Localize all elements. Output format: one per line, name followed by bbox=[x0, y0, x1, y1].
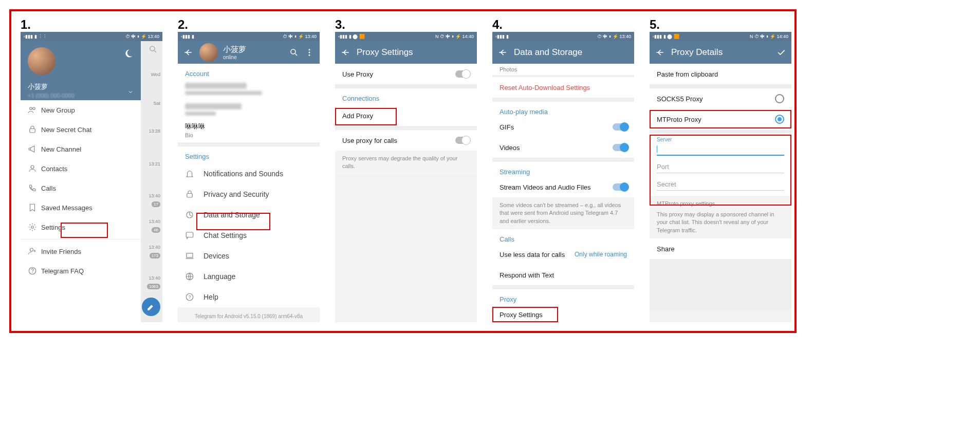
gap bbox=[335, 84, 477, 88]
proxy-header: Proxy bbox=[492, 289, 634, 304]
back-icon[interactable] bbox=[655, 47, 665, 58]
row-paste-clipboard[interactable]: Paste from clipboard bbox=[650, 64, 791, 84]
row-privacy[interactable]: Privacy and Security bbox=[178, 184, 320, 205]
row-less-data[interactable]: Use less data for callsOnly while roamin… bbox=[492, 244, 634, 265]
toggle-stream[interactable] bbox=[613, 183, 627, 191]
settings-appbar: 小菠萝 online bbox=[178, 41, 320, 64]
row-language[interactable]: Language bbox=[178, 266, 320, 287]
row-share[interactable]: Share bbox=[650, 238, 791, 259]
drawer-label: New Channel bbox=[41, 145, 81, 153]
port-input[interactable]: Port bbox=[657, 161, 784, 173]
drawer-item-calls[interactable]: Calls bbox=[21, 178, 141, 198]
row-respond-text[interactable]: Respond with Text bbox=[492, 265, 634, 285]
back-icon[interactable] bbox=[340, 47, 350, 58]
back-icon[interactable] bbox=[183, 47, 193, 58]
svg-point-0 bbox=[150, 46, 155, 51]
row-label: Help bbox=[204, 293, 218, 301]
row-data-storage[interactable]: Data and Storage bbox=[178, 205, 320, 225]
drawer-item-new-group[interactable]: New Group bbox=[21, 100, 141, 120]
mtproto-note: MTProto proxy settings. This proxy may d… bbox=[650, 196, 791, 239]
blurred-caption bbox=[185, 112, 216, 116]
chat-time: 13:21 bbox=[149, 161, 160, 167]
field-port[interactable]: Port bbox=[650, 158, 791, 175]
chat-time: 13:28 bbox=[149, 128, 160, 134]
lock-icon bbox=[28, 125, 41, 134]
row-socks5[interactable]: SOCKS5 Proxy bbox=[650, 88, 791, 109]
toggle-videos[interactable] bbox=[613, 144, 627, 151]
drawer-item-channel[interactable]: New Channel bbox=[21, 139, 141, 159]
gap bbox=[492, 285, 634, 289]
row-use-proxy[interactable]: Use Proxy bbox=[335, 64, 477, 84]
row-label: GIFs bbox=[500, 123, 613, 131]
secret-input[interactable]: Secret bbox=[657, 178, 784, 191]
chat-time: 13:40 bbox=[149, 193, 160, 198]
row-label: Use proxy for calls bbox=[342, 137, 455, 144]
row-add-proxy[interactable]: Add Proxy bbox=[335, 105, 477, 126]
row-proxy-calls[interactable]: Use proxy for calls bbox=[335, 130, 477, 151]
search-icon[interactable] bbox=[148, 44, 158, 54]
drawer-item-saved[interactable]: Saved Messages bbox=[21, 198, 141, 217]
row-notifications[interactable]: Notifications and Sounds bbox=[178, 163, 320, 184]
more-icon[interactable] bbox=[304, 47, 315, 58]
bookmark-icon bbox=[28, 203, 41, 212]
toggle-gifs[interactable] bbox=[613, 123, 627, 131]
drawer-item-secret-chat[interactable]: New Secret Chat bbox=[21, 120, 141, 139]
profile-status: online bbox=[223, 54, 289, 60]
night-mode-icon[interactable] bbox=[123, 48, 134, 59]
row-devices[interactable]: Devices bbox=[178, 246, 320, 266]
calls-header: Calls bbox=[492, 229, 634, 244]
check-icon[interactable] bbox=[776, 47, 786, 58]
chevron-down-icon[interactable] bbox=[127, 89, 134, 95]
row-proxy-settings[interactable]: Proxy Settings bbox=[492, 304, 634, 322]
drawer-label: Contacts bbox=[41, 165, 67, 173]
drawer-item-contacts[interactable]: Contacts bbox=[21, 159, 141, 178]
help-icon bbox=[28, 266, 41, 275]
row-chat-settings[interactable]: Chat Settings bbox=[178, 225, 320, 246]
step-2-label: 2. bbox=[178, 17, 188, 32]
blurred-caption bbox=[185, 91, 262, 95]
row-mtproto[interactable]: MTProto Proxy bbox=[650, 109, 791, 130]
back-icon[interactable] bbox=[497, 47, 508, 58]
field-secret[interactable]: Secret bbox=[650, 175, 791, 193]
screen-3: ▫▮▮▮ ▮ ⬤ 🟧N ⏱ ✱ ▮ ⚡14:40 Proxy Settings … bbox=[335, 32, 477, 322]
chat-day: Wed bbox=[151, 72, 160, 77]
step-1-label: 1. bbox=[21, 17, 31, 32]
bio-row[interactable]: 咻咻咻 Bio bbox=[178, 118, 320, 142]
help-icon: ? bbox=[185, 292, 195, 302]
field-server[interactable]: Server bbox=[650, 134, 791, 158]
status-bar: ▫▮▮▮ ▮ ⋮⋮ ⏱ ✱ ▮ ⚡13:40 bbox=[21, 32, 162, 41]
server-input[interactable] bbox=[657, 142, 784, 156]
row-photos-cut[interactable]: Photos bbox=[492, 64, 634, 75]
status-bar: ▫▮▮▮ ▮ ⬤ 🟧N ⏱ ✱ ▮ ⚡14:40 bbox=[650, 32, 791, 41]
radio-socks5[interactable] bbox=[775, 94, 784, 103]
drawer-item-settings[interactable]: Settings bbox=[21, 217, 141, 237]
chat-badge: 46 bbox=[152, 227, 160, 233]
drawer-label: Telegram FAQ bbox=[41, 267, 84, 275]
drawer-item-faq[interactable]: Telegram FAQ bbox=[21, 261, 141, 281]
row-label: Language bbox=[204, 272, 235, 281]
avatar[interactable] bbox=[28, 47, 56, 75]
row-label: Respond with Text bbox=[500, 271, 627, 279]
proxydetails-appbar: Proxy Details bbox=[650, 41, 791, 64]
status-bar: ▫▮▮▮ ▮⏱ ✱ ▮ ⚡13:40 bbox=[492, 32, 634, 41]
row-label: Data and Storage bbox=[204, 211, 260, 219]
compose-fab[interactable] bbox=[142, 298, 160, 316]
row-help[interactable]: ?Help bbox=[178, 287, 320, 307]
avatar[interactable] bbox=[199, 43, 218, 62]
row-reset-autodl[interactable]: Reset Auto-Download Settings bbox=[492, 77, 634, 98]
radio-mtproto[interactable] bbox=[775, 115, 784, 124]
blurred-username bbox=[185, 103, 242, 109]
bio-label: Bio bbox=[185, 132, 312, 138]
row-videos[interactable]: Videos bbox=[492, 137, 634, 158]
toggle-proxy-calls[interactable] bbox=[455, 137, 470, 144]
toggle-use-proxy[interactable] bbox=[455, 70, 470, 78]
row-label: Photos bbox=[500, 66, 627, 72]
row-label: Add Proxy bbox=[342, 112, 470, 120]
chat-day: Sat bbox=[153, 101, 160, 106]
drawer-item-invite[interactable]: Invite Friends bbox=[21, 242, 141, 261]
row-stream[interactable]: Stream Videos and Audio Files bbox=[492, 177, 634, 197]
row-gifs[interactable]: GIFs bbox=[492, 117, 634, 137]
svg-rect-15 bbox=[187, 194, 193, 198]
row-label: Paste from clipboard bbox=[657, 70, 784, 78]
search-icon[interactable] bbox=[289, 47, 299, 58]
